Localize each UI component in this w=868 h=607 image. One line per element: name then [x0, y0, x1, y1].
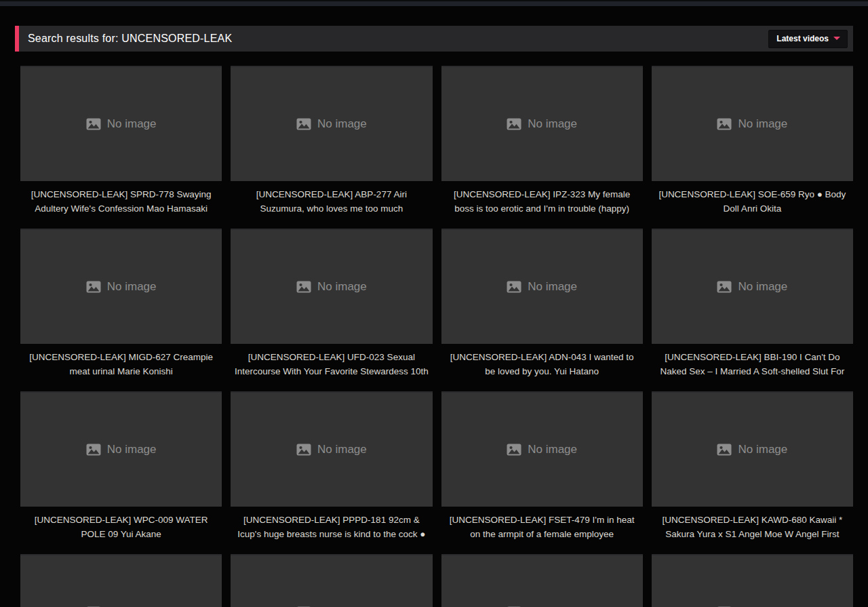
video-title[interactable]: [UNCENSORED-LEAK] MIGD-627 Creampie meat…	[20, 344, 222, 378]
picture-icon	[86, 118, 101, 130]
picture-icon	[507, 281, 521, 293]
video-thumbnail[interactable]: No image	[20, 554, 222, 607]
video-card[interactable]: No image [UNCENSORED-LEAK] FSET-479 I'm …	[441, 391, 643, 554]
video-title[interactable]: [UNCENSORED-LEAK] FSET-479 I'm in heat o…	[441, 507, 643, 541]
video-thumbnail[interactable]: No image	[441, 391, 643, 507]
video-thumbnail[interactable]: No image	[441, 229, 643, 344]
page-title: Search results for: UNCENSORED-LEAK	[28, 33, 232, 45]
video-card[interactable]: No image [UNCENSORED-LEAK] PPPD-181 92cm…	[231, 391, 432, 554]
video-card[interactable]: No image [UNCENSORED-LEAK] SPRD-778 Sway…	[20, 66, 222, 229]
video-card[interactable]: No image [UNCENSORED-LEAK] ADN-043 I wan…	[441, 229, 643, 391]
video-thumbnail[interactable]: No image	[231, 554, 432, 607]
no-image-label: No image	[107, 280, 157, 294]
video-title[interactable]: [UNCENSORED-LEAK] ADN-043 I wanted to be…	[441, 344, 643, 378]
video-title[interactable]: [UNCENSORED-LEAK] BBI-190 I Can't Do Nak…	[652, 344, 853, 378]
no-image-label: No image	[738, 117, 787, 131]
no-image-label: No image	[738, 280, 787, 294]
sort-dropdown-label: Latest videos	[776, 34, 829, 43]
video-title[interactable]: [UNCENSORED-LEAK] SPRD-778 Swaying Adult…	[20, 181, 222, 216]
caret-down-icon	[833, 37, 840, 40]
video-card[interactable]: No image	[652, 554, 853, 607]
video-card[interactable]: No image	[20, 554, 222, 607]
video-card[interactable]: No image [UNCENSORED-LEAK] IPZ-323 My fe…	[441, 66, 643, 229]
video-title[interactable]: [UNCENSORED-LEAK] ABP-277 Airi Suzumura,…	[231, 181, 432, 216]
no-image-label: No image	[107, 117, 157, 131]
no-image-label: No image	[528, 280, 577, 294]
video-title[interactable]: [UNCENSORED-LEAK] IPZ-323 My female boss…	[441, 181, 643, 216]
video-thumbnail[interactable]: No image	[441, 66, 643, 181]
video-card[interactable]: No image [UNCENSORED-LEAK] MIGD-627 Crea…	[20, 229, 222, 391]
picture-icon	[86, 281, 101, 293]
picture-icon	[507, 444, 521, 456]
video-card[interactable]: No image	[441, 554, 643, 607]
no-image-label: No image	[317, 443, 367, 456]
video-thumbnail[interactable]: No image	[652, 391, 853, 507]
no-image-label: No image	[738, 443, 787, 456]
search-results-header: Search results for: UNCENSORED-LEAK Late…	[15, 26, 853, 52]
picture-icon	[717, 118, 732, 130]
picture-icon	[86, 444, 101, 456]
video-thumbnail[interactable]: No image	[652, 554, 853, 607]
video-thumbnail[interactable]: No image	[20, 229, 222, 344]
video-thumbnail[interactable]: No image	[652, 229, 853, 344]
video-thumbnail[interactable]: No image	[20, 391, 222, 507]
picture-icon	[296, 118, 311, 130]
video-thumbnail[interactable]: No image	[652, 66, 853, 181]
video-title[interactable]: [UNCENSORED-LEAK] KAWD-680 Kawaii * Saku…	[652, 507, 853, 541]
video-title[interactable]: [UNCENSORED-LEAK] WPC-009 WATER POLE 09 …	[20, 507, 222, 541]
no-image-label: No image	[317, 117, 367, 131]
no-image-label: No image	[317, 280, 367, 294]
no-image-label: No image	[107, 443, 157, 456]
video-card[interactable]: No image [UNCENSORED-LEAK] BBI-190 I Can…	[652, 229, 853, 391]
video-title[interactable]: [UNCENSORED-LEAK] PPPD-181 92cm & Icup's…	[231, 507, 432, 541]
video-thumbnail[interactable]: No image	[20, 66, 222, 181]
video-card[interactable]: No image [UNCENSORED-LEAK] KAWD-680 Kawa…	[652, 391, 853, 554]
accent-bar	[15, 26, 19, 52]
video-thumbnail[interactable]: No image	[231, 229, 432, 344]
picture-icon	[507, 118, 521, 130]
sort-dropdown[interactable]: Latest videos	[768, 30, 848, 48]
top-strip	[0, 0, 868, 6]
no-image-label: No image	[528, 117, 577, 131]
video-title[interactable]: [UNCENSORED-LEAK] UFD-023 Sexual Interco…	[231, 344, 432, 378]
video-card[interactable]: No image [UNCENSORED-LEAK] WPC-009 WATER…	[20, 391, 222, 554]
video-thumbnail[interactable]: No image	[231, 66, 432, 181]
video-title[interactable]: [UNCENSORED-LEAK] SOE-659 Ryo ● Body Dol…	[652, 181, 853, 216]
video-card[interactable]: No image [UNCENSORED-LEAK] UFD-023 Sexua…	[231, 229, 432, 391]
picture-icon	[717, 281, 732, 293]
video-card[interactable]: No image [UNCENSORED-LEAK] SOE-659 Ryo ●…	[652, 66, 853, 229]
results-grid: No image [UNCENSORED-LEAK] SPRD-778 Sway…	[20, 66, 853, 607]
no-image-label: No image	[528, 443, 577, 456]
picture-icon	[296, 281, 311, 293]
picture-icon	[717, 444, 732, 456]
video-card[interactable]: No image	[231, 554, 432, 607]
video-thumbnail[interactable]: No image	[231, 391, 432, 507]
video-thumbnail[interactable]: No image	[441, 554, 643, 607]
picture-icon	[296, 444, 311, 456]
video-card[interactable]: No image [UNCENSORED-LEAK] ABP-277 Airi …	[231, 66, 432, 229]
